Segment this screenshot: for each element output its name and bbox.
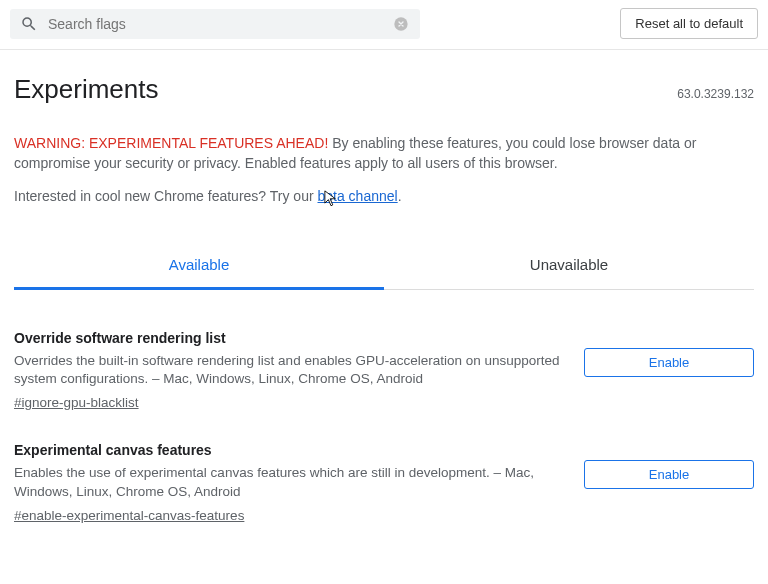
clear-icon[interactable]: [392, 15, 410, 33]
flag-desc: Enables the use of experimental canvas f…: [14, 464, 564, 502]
flag-anchor-link[interactable]: #enable-experimental-canvas-features: [14, 508, 244, 523]
search-box[interactable]: [10, 9, 420, 39]
enable-button[interactable]: Enable: [584, 460, 754, 489]
flag-desc: Overrides the built-in software renderin…: [14, 352, 564, 390]
tab-unavailable[interactable]: Unavailable: [384, 244, 754, 289]
flag-title: Override software rendering list: [14, 330, 564, 346]
warning-label: WARNING: EXPERIMENTAL FEATURES AHEAD!: [14, 135, 328, 151]
version-label: 63.0.3239.132: [677, 87, 754, 101]
flag-row: Experimental canvas featuresEnables the …: [14, 442, 754, 523]
flag-row: Override software rendering listOverride…: [14, 330, 754, 411]
page-title: Experiments: [14, 74, 159, 105]
flags-list: Override software rendering listOverride…: [14, 330, 754, 524]
tab-available[interactable]: Available: [14, 244, 384, 290]
flag-text: Override software rendering listOverride…: [14, 330, 584, 411]
beta-prefix: Interested in cool new Chrome features? …: [14, 188, 317, 204]
enable-button[interactable]: Enable: [584, 348, 754, 377]
beta-channel-link[interactable]: beta channel: [317, 188, 397, 204]
content: Experiments 63.0.3239.132 WARNING: EXPER…: [0, 50, 768, 575]
topbar: Reset all to default: [0, 0, 768, 50]
search-input[interactable]: [48, 16, 392, 32]
search-icon: [20, 15, 38, 33]
warning-block: WARNING: EXPERIMENTAL FEATURES AHEAD! By…: [14, 133, 754, 174]
reset-all-button[interactable]: Reset all to default: [620, 8, 758, 39]
flag-anchor-link[interactable]: #ignore-gpu-blacklist: [14, 395, 139, 410]
tabs: Available Unavailable: [14, 244, 754, 290]
header-row: Experiments 63.0.3239.132: [14, 74, 754, 105]
flag-title: Experimental canvas features: [14, 442, 564, 458]
beta-suffix: .: [398, 188, 402, 204]
flag-text: Experimental canvas featuresEnables the …: [14, 442, 584, 523]
beta-block: Interested in cool new Chrome features? …: [14, 188, 754, 204]
